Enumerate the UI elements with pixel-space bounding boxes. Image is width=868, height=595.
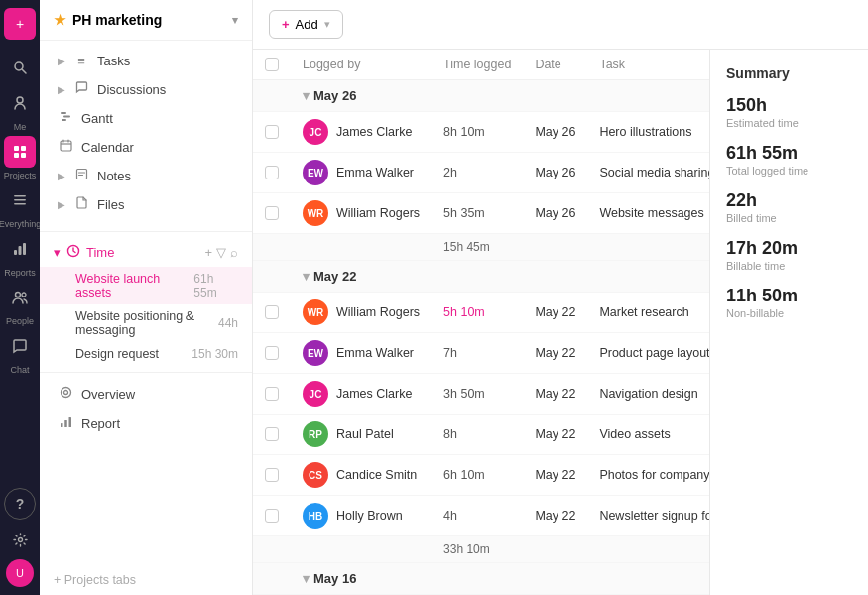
user-name: Emma Walker: [336, 166, 414, 179]
gantt-icon: [58, 110, 73, 126]
summary-panel: Summary 150h Estimated time 61h 55m Tota…: [709, 50, 868, 595]
sidebar-project-header[interactable]: ★ PH marketing ▾: [40, 0, 252, 41]
sidebar-time-sub-label-3: Design request: [75, 347, 159, 361]
nav-help-button[interactable]: ?: [4, 488, 36, 520]
svg-rect-16: [63, 116, 70, 118]
nav-chat-button[interactable]: [4, 330, 36, 362]
avatar: EW: [303, 340, 328, 366]
chevron-right-icon: ▶: [58, 84, 65, 95]
row-checkbox[interactable]: [265, 305, 279, 319]
sidebar-item-files[interactable]: ▶ Files: [44, 190, 248, 218]
nav-projects-label: Projects: [4, 171, 37, 180]
notes-icon: [73, 168, 89, 183]
sidebar-item-gantt[interactable]: Gantt: [44, 104, 248, 132]
nav-search-button[interactable]: [4, 52, 36, 83]
summary-billable-value: 17h 20m: [726, 238, 852, 259]
nav-projects-button[interactable]: [4, 136, 36, 168]
svg-point-13: [22, 293, 26, 297]
sidebar-item-tasks[interactable]: ▶ ≡ Tasks: [44, 48, 248, 74]
svg-point-0: [15, 62, 23, 70]
time-logged: 5h 35m: [432, 193, 523, 234]
nav-reports-button[interactable]: [4, 233, 36, 265]
time-logged: 5h 10m: [432, 293, 523, 333]
user-name: James Clarke: [336, 387, 412, 401]
row-checkbox[interactable]: [265, 166, 279, 179]
group-header-may26[interactable]: ▾May 26: [253, 80, 709, 112]
nav-people-button[interactable]: [4, 282, 36, 313]
svg-rect-25: [68, 417, 71, 427]
nav-settings-button[interactable]: [4, 524, 36, 555]
summary-billed: 22h Billed time: [726, 190, 852, 224]
summary-billable: 17h 20m Billable time: [726, 238, 852, 272]
sidebar-item-report[interactable]: Report: [44, 410, 248, 437]
sidebar-item-notes[interactable]: ▶ Notes: [44, 162, 248, 189]
nav-people-label: People: [6, 316, 34, 326]
time-logged: 4h: [432, 496, 523, 536]
col-checkbox[interactable]: [253, 50, 291, 80]
row-checkbox[interactable]: [265, 427, 279, 441]
add-button[interactable]: + Add ▾: [269, 10, 343, 39]
task-cell: Hero illustrations: [587, 112, 709, 153]
sidebar-item-calendar[interactable]: Calendar: [44, 133, 248, 161]
svg-rect-8: [14, 203, 26, 205]
group-header-may16[interactable]: ▾May 16: [253, 563, 709, 595]
svg-rect-24: [64, 420, 67, 427]
date-cell: May 22: [523, 455, 587, 496]
avatar: JC: [303, 381, 328, 407]
nav-everything-button[interactable]: [4, 184, 36, 216]
sidebar-time-sub-website-positioning[interactable]: Website positioning & messaging 44h: [40, 304, 252, 342]
tasks-icon: ≡: [73, 54, 89, 68]
svg-point-12: [16, 293, 21, 298]
header-checkbox[interactable]: [265, 58, 279, 71]
avatar: CS: [303, 462, 328, 488]
sidebar-files-label: Files: [97, 197, 124, 212]
user-avatar[interactable]: U: [6, 559, 34, 587]
row-checkbox[interactable]: [265, 346, 279, 360]
nav-everything-label: Everything: [0, 219, 41, 229]
sidebar-projects-tabs[interactable]: + Projects tabs: [40, 565, 252, 595]
row-checkbox[interactable]: [265, 387, 279, 401]
time-table: Logged by Time logged Date Task Status ▾…: [253, 50, 709, 595]
sidebar-time-sub-website-launch[interactable]: Website launch assets 61h 55m: [40, 267, 252, 304]
col-task: Task: [587, 50, 709, 80]
time-logged: 8h: [432, 415, 523, 455]
summary-non-billable-value: 11h 50m: [726, 286, 852, 306]
sidebar-time-section[interactable]: ▾ Time + ▽ ⌕: [40, 238, 252, 267]
calendar-icon: [58, 139, 73, 155]
nav-me-button[interactable]: [4, 87, 36, 119]
sidebar-item-overview[interactable]: Overview: [44, 380, 248, 408]
summary-billed-value: 22h: [726, 190, 852, 211]
row-checkbox[interactable]: [265, 206, 279, 220]
sidebar-report-label: Report: [81, 416, 120, 431]
svg-rect-11: [23, 243, 26, 255]
row-checkbox[interactable]: [265, 468, 279, 482]
user-name: Raul Patel: [336, 427, 394, 441]
row-checkbox[interactable]: [265, 509, 279, 523]
svg-rect-23: [61, 423, 63, 427]
nav-add-button[interactable]: +: [4, 8, 36, 40]
summary-billed-label: Billed time: [726, 212, 852, 224]
user-name: Candice Smitn: [336, 468, 417, 482]
time-filter-icon[interactable]: ▽: [216, 245, 226, 260]
user-name: Holly Brown: [336, 509, 403, 523]
summary-total-logged-value: 61h 55m: [726, 143, 852, 164]
svg-point-22: [63, 391, 67, 395]
sidebar-item-discussions[interactable]: ▶ Discussions: [44, 75, 248, 103]
nav-chat-label: Chat: [10, 365, 29, 375]
time-add-icon[interactable]: +: [204, 245, 212, 260]
time-logged: 6h 10m: [432, 455, 523, 496]
group-header-may22[interactable]: ▾May 22: [253, 261, 709, 293]
avatar: WR: [303, 200, 328, 226]
summary-billable-label: Billable time: [726, 260, 852, 272]
summary-total-logged: 61h 55m Total logged time: [726, 143, 852, 177]
time-search-icon[interactable]: ⌕: [230, 245, 238, 260]
sidebar-gantt-label: Gantt: [81, 111, 113, 126]
row-checkbox[interactable]: [265, 125, 279, 139]
group-chevron-icon: ▾: [303, 571, 310, 586]
sidebar-calendar-label: Calendar: [81, 140, 134, 155]
sidebar-time-sub-design-request[interactable]: Design request 15h 30m: [40, 342, 252, 366]
group-chevron-icon: ▾: [303, 88, 310, 103]
date-cell: May 26: [523, 112, 587, 153]
toolbar: + Add ▾: [253, 0, 868, 50]
svg-line-1: [23, 70, 27, 74]
